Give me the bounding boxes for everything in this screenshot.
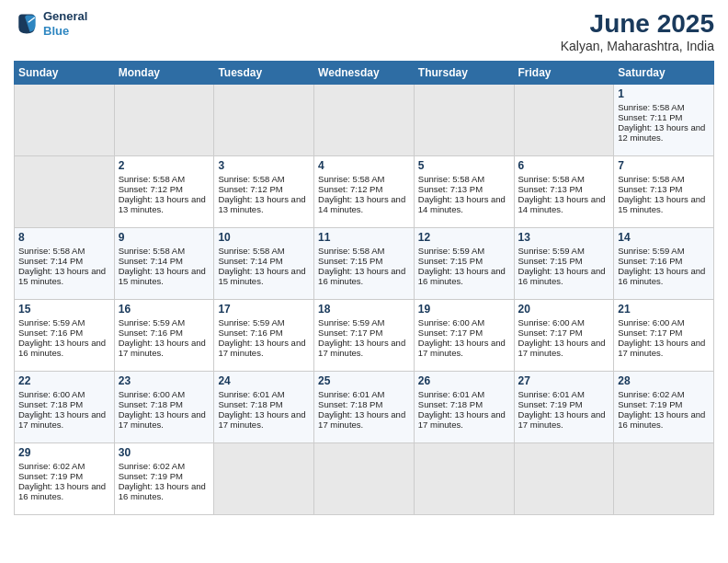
daylight: Daylight: 13 hours and 17 minutes. <box>318 409 405 430</box>
day-number: 18 <box>318 303 410 316</box>
sunset: Sunset: 7:12 PM <box>218 184 282 194</box>
sunrise: Sunrise: 5:58 AM <box>618 102 684 112</box>
sunset: Sunset: 7:17 PM <box>618 327 682 338</box>
day-cell <box>314 85 415 156</box>
day-number: 2 <box>119 159 210 172</box>
sunrise: Sunrise: 6:01 AM <box>518 389 585 399</box>
sunset: Sunset: 7:12 PM <box>318 184 382 194</box>
day-cell: 1Sunrise: 5:58 AMSunset: 7:11 PMDaylight… <box>614 85 714 156</box>
day-number: 8 <box>18 231 110 244</box>
sunrise: Sunrise: 6:00 AM <box>518 317 585 327</box>
logo-icon <box>14 11 40 37</box>
week-row-1: 1Sunrise: 5:58 AMSunset: 7:11 PMDaylight… <box>15 85 714 156</box>
sunrise: Sunrise: 5:59 AM <box>618 246 684 256</box>
day-cell: 21Sunrise: 6:00 AMSunset: 7:17 PMDayligh… <box>614 300 714 372</box>
daylight: Daylight: 13 hours and 16 minutes. <box>618 409 705 430</box>
day-cell: 23Sunrise: 6:00 AMSunset: 7:18 PMDayligh… <box>114 372 214 443</box>
sunrise: Sunrise: 5:58 AM <box>119 246 185 256</box>
day-number: 16 <box>119 303 210 316</box>
sunrise: Sunrise: 5:59 AM <box>418 246 484 256</box>
day-number: 28 <box>618 374 710 387</box>
location: Kalyan, Maharashtra, India <box>561 39 714 53</box>
sunrise: Sunrise: 5:59 AM <box>518 246 585 256</box>
day-number: 5 <box>418 159 510 172</box>
sunset: Sunset: 7:18 PM <box>119 399 183 409</box>
day-number: 19 <box>418 303 510 316</box>
title-block: June 2025 Kalyan, Maharashtra, India <box>561 9 714 53</box>
col-header-thursday: Thursday <box>414 62 514 85</box>
day-cell: 19Sunrise: 6:00 AMSunset: 7:17 PMDayligh… <box>414 300 514 372</box>
day-number: 30 <box>119 446 210 459</box>
day-number: 3 <box>218 159 310 172</box>
logo-line2: Blue <box>43 24 87 39</box>
day-cell <box>514 85 614 156</box>
sunset: Sunset: 7:18 PM <box>418 399 483 409</box>
col-header-tuesday: Tuesday <box>214 62 314 85</box>
day-cell <box>514 443 614 515</box>
col-header-saturday: Saturday <box>614 62 714 85</box>
day-cell: 17Sunrise: 5:59 AMSunset: 7:16 PMDayligh… <box>214 300 314 372</box>
sunset: Sunset: 7:14 PM <box>18 256 83 266</box>
daylight: Daylight: 13 hours and 13 minutes. <box>119 194 206 214</box>
daylight: Daylight: 13 hours and 17 minutes. <box>418 338 506 358</box>
sunset: Sunset: 7:17 PM <box>518 327 583 338</box>
day-cell: 3Sunrise: 5:58 AMSunset: 7:12 PMDaylight… <box>214 156 314 228</box>
day-cell: 15Sunrise: 5:59 AMSunset: 7:16 PMDayligh… <box>15 300 115 372</box>
day-cell: 8Sunrise: 5:58 AMSunset: 7:14 PMDaylight… <box>15 228 115 300</box>
daylight: Daylight: 13 hours and 16 minutes. <box>18 338 106 358</box>
day-number: 12 <box>418 231 510 244</box>
day-cell <box>114 85 214 156</box>
week-row-4: 15Sunrise: 5:59 AMSunset: 7:16 PMDayligh… <box>15 300 714 372</box>
day-cell: 2Sunrise: 5:58 AMSunset: 7:12 PMDaylight… <box>114 156 214 228</box>
day-number: 4 <box>318 159 410 172</box>
day-number: 21 <box>618 303 710 316</box>
day-cell <box>414 443 514 515</box>
day-number: 17 <box>218 303 310 316</box>
daylight: Daylight: 13 hours and 17 minutes. <box>418 409 506 430</box>
sunset: Sunset: 7:16 PM <box>218 327 282 338</box>
sunrise: Sunrise: 5:58 AM <box>518 174 585 184</box>
sunrise: Sunrise: 5:58 AM <box>618 174 684 184</box>
day-number: 9 <box>119 231 210 244</box>
sunset: Sunset: 7:19 PM <box>18 471 83 481</box>
week-row-5: 22Sunrise: 6:00 AMSunset: 7:18 PMDayligh… <box>15 372 714 443</box>
daylight: Daylight: 13 hours and 15 minutes. <box>218 266 305 286</box>
daylight: Daylight: 13 hours and 14 minutes. <box>518 194 606 214</box>
sunrise: Sunrise: 6:01 AM <box>218 389 284 399</box>
calendar-container: General Blue June 2025 Kalyan, Maharasht… <box>0 0 728 563</box>
month-title: June 2025 <box>561 9 714 39</box>
daylight: Daylight: 13 hours and 14 minutes. <box>318 194 405 214</box>
sunset: Sunset: 7:13 PM <box>618 184 682 194</box>
col-header-friday: Friday <box>514 62 614 85</box>
day-number: 25 <box>318 374 410 387</box>
sunset: Sunset: 7:19 PM <box>618 399 682 409</box>
daylight: Daylight: 13 hours and 16 minutes. <box>119 481 206 501</box>
day-number: 6 <box>518 159 610 172</box>
sunset: Sunset: 7:18 PM <box>218 399 282 409</box>
daylight: Daylight: 13 hours and 15 minutes. <box>18 266 106 286</box>
daylight: Daylight: 13 hours and 16 minutes. <box>418 266 506 286</box>
week-row-3: 8Sunrise: 5:58 AMSunset: 7:14 PMDaylight… <box>15 228 714 300</box>
day-cell: 11Sunrise: 5:58 AMSunset: 7:15 PMDayligh… <box>314 228 415 300</box>
day-number: 1 <box>618 87 710 100</box>
day-cell: 16Sunrise: 5:59 AMSunset: 7:16 PMDayligh… <box>114 300 214 372</box>
sunrise: Sunrise: 5:58 AM <box>418 174 484 184</box>
sunrise: Sunrise: 6:00 AM <box>18 389 85 399</box>
day-cell <box>614 443 714 515</box>
sunset: Sunset: 7:19 PM <box>518 399 583 409</box>
logo-text: General Blue <box>43 9 87 38</box>
sunrise: Sunrise: 5:59 AM <box>119 317 185 327</box>
sunrise: Sunrise: 6:00 AM <box>119 389 185 399</box>
sunset: Sunset: 7:17 PM <box>318 327 382 338</box>
sunrise: Sunrise: 6:00 AM <box>418 317 484 327</box>
header-row: General Blue June 2025 Kalyan, Maharasht… <box>14 9 714 53</box>
daylight: Daylight: 13 hours and 15 minutes. <box>119 266 206 286</box>
day-number: 23 <box>119 374 210 387</box>
sunrise: Sunrise: 6:00 AM <box>618 317 684 327</box>
day-number: 14 <box>618 231 710 244</box>
day-cell <box>414 85 514 156</box>
sunset: Sunset: 7:19 PM <box>119 471 183 481</box>
day-cell: 28Sunrise: 6:02 AMSunset: 7:19 PMDayligh… <box>614 372 714 443</box>
sunrise: Sunrise: 5:58 AM <box>218 246 284 256</box>
daylight: Daylight: 13 hours and 17 minutes. <box>518 409 606 430</box>
